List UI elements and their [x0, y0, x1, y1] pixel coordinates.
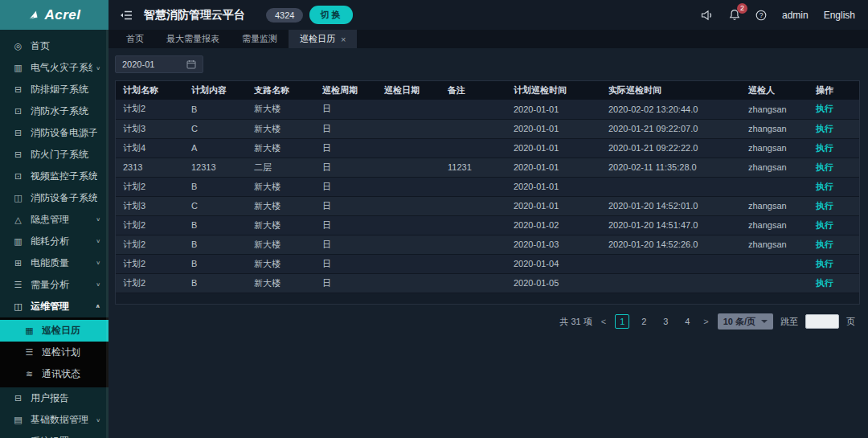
menu-item-icon: △	[12, 215, 24, 225]
volume-icon[interactable]	[701, 10, 714, 21]
cell-cycle: 日	[315, 119, 377, 138]
execute-link[interactable]: 执行	[816, 182, 833, 191]
sidebar-item[interactable]: ⊟ 消防设备电源子系统	[0, 122, 108, 144]
sidebar-item[interactable]: ☰ 需量分析 ∨	[0, 274, 108, 296]
menu-item-icon: ⊟	[12, 393, 24, 403]
cell-branch-name: 新大楼	[247, 235, 315, 254]
cell-plan-name: 计划2	[116, 273, 184, 293]
cell-remark	[440, 119, 506, 138]
table-row: 计划2 B 新大楼 日 2020-01-05 执行	[116, 273, 860, 293]
page-size-value: 10 条/页	[723, 316, 755, 328]
sidebar-item[interactable]: ⊡ 消防水子系统	[0, 100, 108, 122]
help-icon[interactable]: ?	[755, 10, 767, 21]
cell-inspector	[741, 177, 809, 196]
cell-plan-content: C	[184, 119, 247, 138]
menu-item-label: 基础数据管理	[31, 413, 92, 427]
language-switch[interactable]: English	[824, 10, 855, 21]
tab-inspection-calendar[interactable]: 巡检日历 ×	[289, 30, 357, 48]
cell-actual-time: 2020-02-11 11:35:28.0	[601, 158, 741, 177]
next-page-icon[interactable]: >	[702, 317, 710, 326]
sidebar-item[interactable]: ◫ 运维管理 ∧	[0, 296, 108, 317]
prev-page-icon[interactable]: <	[600, 317, 608, 326]
tab-home[interactable]: 首页	[115, 30, 155, 48]
switch-button[interactable]: 切换	[309, 6, 353, 24]
menu-item-icon: ☰	[23, 347, 35, 358]
user-menu[interactable]: admin	[782, 10, 809, 21]
sidebar-item[interactable]: ▤ 基础数据管理 ∨	[0, 409, 108, 431]
table-header-cell: 计划巡检时间	[506, 81, 601, 100]
table-row: 计划3 C 新大楼 日 2020-01-01 2020-01-21 09:22:…	[116, 119, 860, 138]
table-header-row: 计划名称计划内容支路名称巡检周期巡检日期备注计划巡检时间实际巡检时间巡检人操作	[116, 81, 860, 100]
sidebar-item[interactable]: ◫ 消防设备子系统	[0, 187, 108, 209]
cell-remark	[440, 100, 506, 119]
execute-link[interactable]: 执行	[816, 201, 833, 211]
sidebar-subitem[interactable]: ▦ 巡检日历	[0, 320, 108, 342]
tab-demand-monitor[interactable]: 需量监测	[231, 30, 289, 48]
project-badge[interactable]: 4324	[266, 8, 303, 23]
sidebar-item[interactable]: ⊡ 视频监控子系统	[0, 166, 108, 187]
cell-date	[377, 138, 440, 158]
cell-cycle: 日	[315, 215, 377, 235]
chevron-icon: ∨	[96, 282, 100, 288]
cell-plan-content: 12313	[184, 158, 247, 177]
page-1[interactable]: 1	[615, 314, 629, 329]
cell-action: 执行	[809, 138, 860, 158]
execute-link[interactable]: 执行	[816, 162, 833, 172]
execute-link[interactable]: 执行	[816, 124, 833, 133]
table-body: 计划2 B 新大楼 日 2020-01-01 2020-02-02 13:20:…	[116, 100, 860, 293]
table-row: 计划2 B 新大楼 日 2020-01-03 2020-01-20 14:52:…	[116, 235, 860, 254]
sidebar-item[interactable]: ⊟ 防火门子系统	[0, 144, 108, 166]
jump-page-input[interactable]	[805, 314, 839, 329]
chevron-icon: ∨	[96, 417, 100, 423]
cell-branch-name: 新大楼	[247, 215, 315, 235]
cell-action: 执行	[809, 254, 860, 273]
menu-item-label: 视频监控子系统	[31, 170, 97, 183]
close-tab-icon[interactable]: ×	[341, 35, 346, 44]
menu-item-label: 电能质量	[31, 256, 92, 270]
execute-link[interactable]: 执行	[816, 278, 833, 288]
menu-fold-icon[interactable]	[120, 10, 133, 21]
sidebar-item[interactable]: ⚙ 系统设置 ∨	[0, 431, 108, 438]
chevron-icon: ∨	[96, 239, 100, 244]
sidebar-item[interactable]: ◎ 首页	[0, 35, 108, 57]
top-header: 智慧消防管理云平台 4324 切换 2	[108, 0, 868, 30]
logo-text: Acrel	[44, 7, 80, 23]
execute-link[interactable]: 执行	[816, 259, 833, 268]
sidebar-submenu-group: ▦ 巡检日历 ☰ 巡检计划 ≋ 通讯状态	[0, 317, 108, 387]
cell-inspector: zhangsan	[741, 158, 809, 177]
sidebar-item[interactable]: ▥ 能耗分析 ∨	[0, 231, 108, 252]
sidebar-subitem[interactable]: ≋ 通讯状态	[0, 363, 108, 385]
page-3[interactable]: 3	[658, 314, 673, 329]
cell-planned-time: 2020-01-01	[506, 119, 601, 138]
app-root: Acrel ◎ 首页 ▥ 电气火灾子系统 ∨ ⊟ 防排烟子系统 ⊡ 消防水子系统	[0, 0, 868, 438]
sidebar-item[interactable]: △ 隐患管理 ∨	[0, 209, 108, 231]
month-picker[interactable]: 2020-01	[115, 55, 203, 73]
sidebar-subitem[interactable]: ☰ 巡检计划	[0, 342, 108, 363]
cell-inspector: zhangsan	[741, 215, 809, 235]
cell-planned-time: 2020-01-02	[506, 215, 601, 235]
sidebar-item[interactable]: ⊟ 防排烟子系统	[0, 79, 108, 100]
tab-max-demand-report[interactable]: 最大需量报表	[155, 30, 231, 48]
sidebar-item[interactable]: ⊟ 用户报告	[0, 387, 108, 409]
page-2[interactable]: 2	[637, 314, 651, 329]
cell-date	[377, 158, 440, 177]
cell-plan-content: B	[184, 177, 247, 196]
sidebar-item[interactable]: ▥ 电气火灾子系统 ∨	[0, 57, 108, 79]
cell-planned-time: 2020-01-04	[506, 254, 601, 273]
page-4[interactable]: 4	[680, 314, 694, 329]
total-count: 共 31 项	[559, 316, 592, 328]
menu-item-icon: ▥	[12, 236, 24, 247]
execute-link[interactable]: 执行	[816, 104, 833, 113]
menu-item-label: 巡检日历	[42, 324, 97, 338]
menu-item-icon: ◫	[12, 301, 24, 312]
sidebar-item[interactable]: ⊞ 电能质量 ∨	[0, 252, 108, 274]
inspection-table: 计划名称计划内容支路名称巡检周期巡检日期备注计划巡检时间实际巡检时间巡检人操作 …	[116, 81, 860, 293]
menu-item-icon: ☰	[12, 280, 24, 290]
execute-link[interactable]: 执行	[816, 239, 833, 249]
cell-action: 执行	[809, 215, 860, 235]
tab-label: 需量监测	[242, 33, 277, 45]
page-size-select[interactable]: 10 条/页	[718, 313, 773, 330]
execute-link[interactable]: 执行	[816, 143, 833, 153]
execute-link[interactable]: 执行	[816, 220, 833, 230]
bell-icon[interactable]: 2	[729, 9, 740, 21]
